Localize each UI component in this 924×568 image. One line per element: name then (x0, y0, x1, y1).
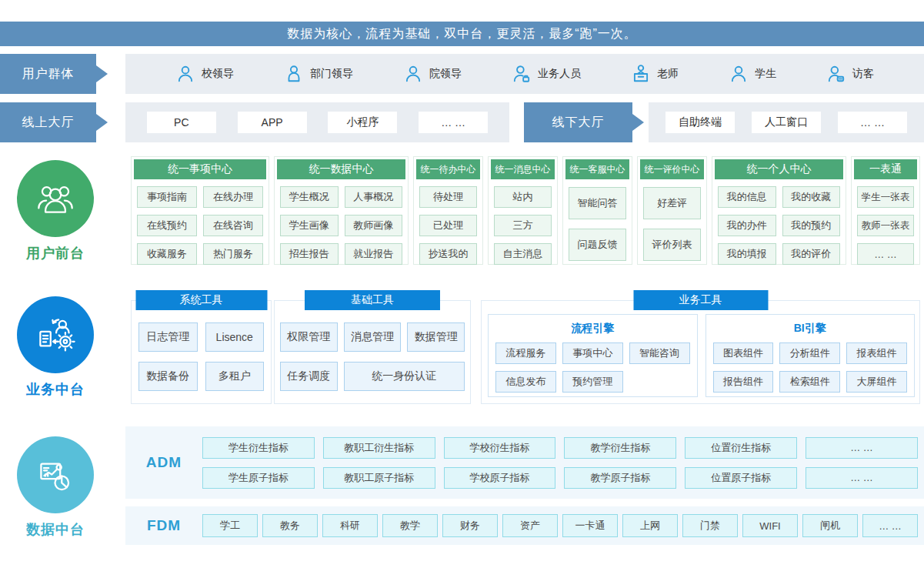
hall-item-app: APP (238, 112, 307, 133)
panel-evaluation-center: 统一评价中心 好差评 评价列表 (637, 156, 707, 265)
group-header: 基础工具 (305, 290, 440, 310)
tool-item: 任务调度 (280, 362, 338, 391)
frontend-item: 在线办理 (203, 186, 263, 208)
business-staff-icon (512, 64, 532, 84)
architecture-diagram: 数据为核心，流程为基础，双中台，更灵活，最多“跑”一次。 用户群体 校领导 部门… (0, 0, 924, 568)
department-leader-icon (284, 64, 304, 84)
engine-title: 流程引擎 (489, 315, 697, 342)
teacher-icon (631, 64, 651, 84)
panel-personal-center: 统一个人中心 我的信息 我的收藏 我的办件 我的预约 我的填报 我的评价 (712, 156, 846, 265)
panel-data-center: 统一数据中心 学生概况 人事概况 学生画像 教师画像 招生报告 就业报告 (274, 156, 409, 265)
business-section-badge: 业务中台 (17, 296, 94, 399)
user-group-visitor: 访客 (826, 64, 874, 84)
hall-item-manual-window: 人工窗口 (752, 112, 821, 133)
fdm-item: 资产 (502, 514, 558, 537)
business-tools-group: 业务工具 流程引擎 流程服务 事项中心 智能咨询 信息发布 预约管理 BI引擎 … (481, 290, 920, 404)
frontend-item: 学生一张表 (857, 186, 914, 208)
data-section-label: 数据中台 (17, 520, 94, 539)
user-group-school-leader: 校领导 (175, 64, 234, 84)
fdm-item: … … (862, 514, 918, 537)
engine-item: 信息发布 (495, 371, 556, 393)
panel-service-center: 统一客服中心 智能问答 问题反馈 (562, 156, 632, 265)
frontend-item: 好差评 (643, 187, 701, 219)
user-group-department-leader: 部门领导 (284, 64, 353, 84)
column-header: 统一事项中心 (134, 159, 266, 179)
basic-tools-group: 基础工具 权限管理 消息管理 数据管理 任务调度 统一身份认证 (274, 290, 471, 404)
slogan-text: 数据为核心，流程为基础，双中台，更灵活，最多“跑”一次。 (287, 26, 637, 42)
column-header: 统一评价中心 (640, 159, 704, 179)
tool-item: 数据管理 (407, 322, 465, 352)
adm-item: 教职工原子指标 (323, 467, 435, 489)
column-header: 统一消息中心 (491, 159, 555, 179)
group-header: 业务工具 (633, 290, 768, 310)
fdm-item: 上网 (622, 514, 678, 537)
engine-item: 智能咨询 (629, 342, 690, 364)
frontend-item: 站内 (494, 186, 552, 208)
adm-item: 位置原子指标 (685, 467, 797, 489)
frontend-item: 评价列表 (643, 229, 701, 261)
frontend-item: 教师一张表 (857, 215, 914, 236)
frontend-item: 自主消息 (494, 243, 552, 265)
hall-item-miniprogram: 小程序 (328, 112, 397, 133)
engine-item: 流程服务 (495, 342, 556, 364)
frontend-item: 学生概况 (280, 186, 339, 208)
fdm-label: FDM (125, 517, 202, 534)
frontend-item: 学生画像 (280, 215, 339, 236)
user-group-college-leader: 院领导 (403, 64, 462, 84)
fdm-item: 学工 (202, 514, 258, 537)
frontend-item: 三方 (494, 215, 552, 236)
adm-item: 学校衍生指标 (444, 437, 556, 459)
column-header: 统一客服中心 (565, 159, 629, 179)
adm-item: 学生原子指标 (202, 467, 315, 489)
tool-item: 多租户 (205, 362, 265, 391)
fdm-item: WIFI (742, 514, 798, 537)
slogan-banner: 数据为核心，流程为基础，双中台，更灵活，最多“跑”一次。 (0, 22, 924, 46)
frontend-item: … … (857, 243, 914, 265)
frontend-item: 我的填报 (718, 243, 776, 265)
user-groups-tag: 用户群体 (0, 54, 96, 94)
school-leader-icon (175, 64, 195, 84)
user-group-student: 学生 (729, 64, 776, 84)
fdm-panel: FDM 学工 教务 科研 教学 财务 资产 一卡通 上网 门禁 WIFI 闸机 … (125, 506, 924, 545)
frontend-item: 待处理 (419, 186, 477, 208)
frontend-item: 收藏服务 (137, 243, 197, 265)
frontend-section-badge: 用户前台 (17, 160, 94, 262)
engine-item: 报表组件 (846, 342, 907, 364)
engine-item: 报告组件 (713, 371, 774, 393)
user-group-business-staff: 业务人员 (512, 64, 581, 84)
fdm-item: 财务 (442, 514, 498, 537)
frontend-item: 人事概况 (345, 186, 403, 208)
panel-affairs-center: 统一事项中心 事项指南 在线办理 在线预约 在线咨询 收藏服务 热门服务 (131, 156, 269, 265)
hall-item-self-terminal: 自助终端 (665, 112, 735, 133)
college-leader-icon (403, 64, 423, 84)
data-section-badge: 数据中台 (17, 436, 94, 539)
process-gear-icon (17, 296, 94, 373)
frontend-columns: 统一事项中心 事项指南 在线办理 在线预约 在线咨询 收藏服务 热门服务 统一数… (131, 156, 920, 265)
adm-item: 教学衍生指标 (564, 437, 676, 459)
panel-one-form: 一表通 学生一张表 教师一张表 … … (851, 156, 920, 265)
user-group-teacher: 老师 (631, 64, 679, 84)
student-icon (729, 64, 749, 84)
frontend-item: 招生报告 (280, 243, 339, 265)
fdm-item: 科研 (322, 514, 378, 537)
frontend-item: 智能问答 (569, 187, 626, 219)
offline-hall-tag: 线下大厅 (524, 102, 632, 142)
fdm-item: 闸机 (802, 514, 858, 537)
tool-item: 权限管理 (280, 322, 338, 352)
frontend-item: 我的办件 (718, 215, 776, 236)
hall-item-more: … … (838, 112, 907, 133)
panel-message-center: 统一消息中心 站内 三方 自主消息 (488, 156, 558, 265)
fdm-item: 门禁 (682, 514, 738, 537)
adm-item: 教职工衍生指标 (323, 437, 435, 459)
frontend-item: 就业报告 (345, 243, 403, 265)
hall-item-pc: PC (147, 112, 216, 133)
system-tools-group: 系统工具 日志管理 Lisence 数据备份 多租户 (131, 290, 272, 404)
fdm-item: 教学 (382, 514, 438, 537)
frontend-item: 事项指南 (137, 186, 197, 208)
panel-todo-center: 统一待办中心 待处理 已处理 抄送我的 (413, 156, 483, 265)
column-header: 统一待办中心 (416, 159, 480, 179)
adm-item: 学校原子指标 (444, 467, 556, 489)
adm-item: 学生衍生指标 (202, 437, 315, 459)
column-header: 一表通 (854, 159, 917, 179)
frontend-item: 热门服务 (203, 243, 263, 265)
